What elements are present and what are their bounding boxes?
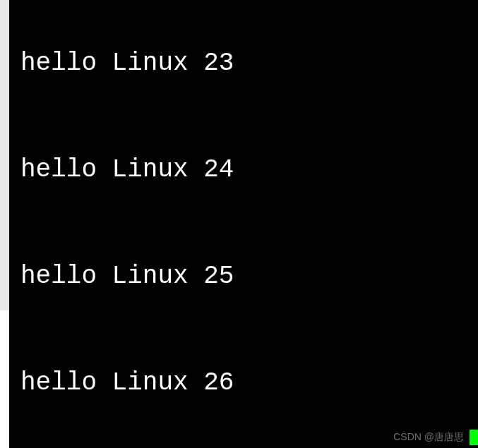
terminal-output[interactable]: hello Linux 23 hello Linux 24 hello Linu…	[9, 0, 478, 448]
cursor-indicator	[470, 430, 478, 445]
scrollbar-gutter-shade	[0, 0, 9, 310]
terminal-line: hello Linux 25	[20, 259, 472, 294]
terminal-line: hello Linux 23	[20, 46, 472, 81]
terminal-line: hello Linux 26	[20, 365, 472, 401]
terminal-line: hello Linux 24	[20, 152, 472, 188]
